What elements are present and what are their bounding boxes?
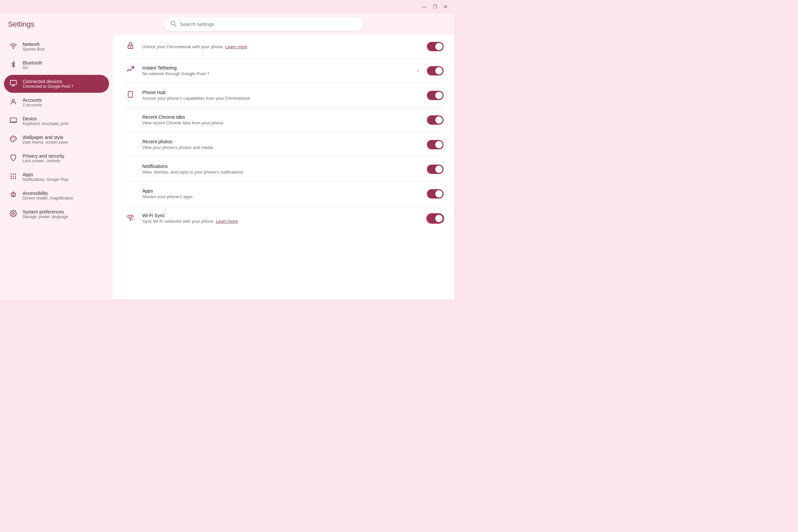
sidebar-item-accounts-label: Accounts <box>23 97 42 103</box>
svg-point-16 <box>11 175 12 177</box>
apps-icon <box>9 173 17 182</box>
search-input[interactable] <box>180 21 356 27</box>
sidebar-item-network-label: Network <box>23 41 45 47</box>
svg-rect-3 <box>10 80 16 84</box>
svg-point-6 <box>12 99 14 101</box>
sidebar-item-accessibility[interactable]: Accessibility Screen reader, magnificati… <box>4 187 109 205</box>
phone-unlock-learn-more[interactable]: Learn more <box>225 44 247 49</box>
instant-tethering-text: Instant Tethering No network through Goo… <box>142 65 409 76</box>
sidebar-item-bluetooth-sub: On <box>23 65 42 70</box>
palette-icon <box>9 135 17 144</box>
notifications-toggle[interactable] <box>427 165 443 174</box>
wifi-sync-icon <box>124 213 137 224</box>
svg-line-1 <box>174 25 176 26</box>
wifi-sync-learn-more[interactable]: Learn more <box>216 219 238 224</box>
recent-photos-subtitle: View your phone's photos and media <box>142 145 422 150</box>
apps-stream-toggle[interactable] <box>427 189 443 198</box>
recent-chrome-tabs-title: Recent Chrome tabs <box>142 114 422 120</box>
phone-hub-title: Phone Hub <box>142 90 422 95</box>
recent-chrome-tabs-toggle[interactable] <box>427 115 443 125</box>
instant-tethering-arrow: › <box>414 67 422 74</box>
sidebar-item-privacy-label: Privacy and security <box>23 153 64 158</box>
sidebar-item-apps-sub: Notifications, Google Play <box>23 177 68 182</box>
main-panel: Unlock your Chromebook with your phone. … <box>113 35 454 299</box>
svg-rect-7 <box>10 118 16 122</box>
sidebar-item-bluetooth[interactable]: Bluetooth On <box>4 56 109 74</box>
svg-point-13 <box>11 173 12 174</box>
sidebar-item-privacy[interactable]: Privacy and security Lock screen, contro… <box>4 149 109 167</box>
phone-unlock-row: Unlock your Chromebook with your phone. … <box>124 35 443 58</box>
phone-unlock-toggle[interactable] <box>427 42 443 51</box>
wifi-sync-subtitle: Sync Wi-Fi networks with your phone. Lea… <box>142 219 422 224</box>
recent-photos-toggle-wrap <box>427 140 443 149</box>
wifi-sync-toggle-wrap <box>427 214 443 223</box>
title-bar: — ❐ ✕ <box>0 0 454 13</box>
apps-stream-toggle-wrap <box>427 189 443 198</box>
sidebar-item-apps[interactable]: Apps Notifications, Google Play <box>4 168 109 186</box>
signal-icon <box>124 66 137 76</box>
search-icon <box>170 20 176 28</box>
laptop-icon <box>9 117 17 126</box>
phone-hub-toggle[interactable] <box>427 91 443 100</box>
svg-point-23 <box>12 212 14 214</box>
svg-point-15 <box>15 173 16 174</box>
header: Settings <box>0 13 454 35</box>
recent-photos-text: Recent photos View your phone's photos a… <box>142 139 422 150</box>
sidebar-item-network[interactable]: Network Spooky Bois <box>4 38 109 56</box>
sidebar-item-connected-devices-sub: Connected to Google Pixel 7 <box>23 84 74 89</box>
wifi-sync-row: Wi-Fi Sync Sync Wi-Fi networks with your… <box>124 206 443 230</box>
notifications-row: Notifications View, dismiss, and reply t… <box>124 157 443 182</box>
recent-photos-toggle[interactable] <box>427 140 443 149</box>
sidebar-item-network-sub: Spooky Bois <box>23 47 45 52</box>
close-button[interactable]: ✕ <box>442 3 449 10</box>
account-icon <box>9 98 17 107</box>
sidebar-item-bluetooth-label: Bluetooth <box>23 60 42 65</box>
recent-photos-title: Recent photos <box>142 139 422 144</box>
wifi-sync-toggle[interactable] <box>427 214 443 223</box>
notifications-text: Notifications View, dismiss, and reply t… <box>142 164 422 174</box>
sidebar-item-system[interactable]: System preferences Storage, power, langu… <box>4 205 109 223</box>
connected-devices-icon <box>9 79 17 89</box>
notifications-title: Notifications <box>142 164 422 169</box>
instant-tethering-subtitle: No network through Google Pixel 7 <box>142 71 409 76</box>
svg-point-25 <box>130 46 131 47</box>
svg-point-2 <box>13 48 14 49</box>
wifi-sync-text: Wi-Fi Sync Sync Wi-Fi networks with your… <box>142 213 422 224</box>
sidebar-item-connected-devices[interactable]: Connected devices Connected to Google Pi… <box>4 75 109 93</box>
svg-point-17 <box>13 175 14 177</box>
sidebar-item-accounts-sub: 2 accounts <box>23 103 42 108</box>
sidebar-item-connected-devices-label: Connected devices <box>23 79 74 84</box>
svg-point-30 <box>130 220 131 221</box>
apps-stream-row: Apps Stream your phone's apps <box>124 182 443 206</box>
phone-hub-row: Phone Hub Access your phone's capabiliti… <box>124 83 443 108</box>
recent-chrome-tabs-row: Recent Chrome tabs View recent Chrome ta… <box>124 108 443 132</box>
apps-stream-subtitle: Stream your phone's apps <box>142 194 422 199</box>
svg-point-14 <box>13 173 14 174</box>
sidebar-item-wallpaper[interactable]: Wallpaper and style Dark theme, screen s… <box>4 131 109 149</box>
svg-point-10 <box>15 138 15 139</box>
instant-tethering-title: Instant Tethering <box>142 65 409 71</box>
sidebar: Network Spooky Bois Bluetooth On <box>0 35 113 299</box>
sidebar-item-device-label: Device <box>23 116 68 121</box>
accessibility-icon <box>9 191 17 200</box>
minimize-button[interactable]: — <box>421 3 428 10</box>
settings-section: Unlock your Chromebook with your phone. … <box>113 35 454 230</box>
apps-stream-text: Apps Stream your phone's apps <box>142 188 422 199</box>
svg-point-9 <box>14 137 14 137</box>
instant-tethering-toggle[interactable] <box>427 66 443 75</box>
svg-point-21 <box>15 177 16 179</box>
sidebar-item-accessibility-sub: Screen reader, magnification <box>23 196 74 201</box>
svg-point-19 <box>11 177 12 179</box>
sidebar-item-accessibility-label: Accessibility <box>23 191 74 196</box>
gear-icon <box>9 210 17 219</box>
svg-point-11 <box>12 137 12 138</box>
sidebar-item-device[interactable]: Device Keyboard, touchpad, print <box>4 112 109 130</box>
sidebar-item-device-sub: Keyboard, touchpad, print <box>23 121 68 126</box>
phone-lock-icon <box>124 41 137 52</box>
content: Network Spooky Bois Bluetooth On <box>0 35 454 299</box>
apps-stream-title: Apps <box>142 188 422 193</box>
app-window: Settings Network Spooky Bo <box>0 13 454 299</box>
sidebar-item-accounts[interactable]: Accounts 2 accounts <box>4 93 109 111</box>
wifi-sync-title: Wi-Fi Sync <box>142 213 422 218</box>
maximize-button[interactable]: ❐ <box>432 3 438 10</box>
